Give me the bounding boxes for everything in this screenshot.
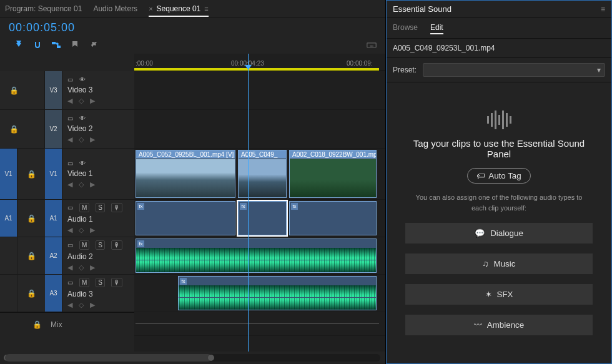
source-tag-a1[interactable]: A1 [0,200,17,237]
solo-button[interactable]: S [96,278,105,287]
linked-select-icon[interactable] [51,40,61,50]
chevron-down-icon: ▾ [597,66,601,74]
type-sfx-button[interactable]: ✶ SFX [405,284,593,305]
tab-browse[interactable]: Browse [393,22,418,34]
caption-icon[interactable]: cc [367,40,377,50]
fx-icon[interactable]: ▭ [67,204,73,211]
solo-button[interactable]: S [96,203,105,212]
eye-icon[interactable]: 👁 [79,115,86,122]
tab-program[interactable]: Program: Sequence 01 [5,4,82,13]
track-row-a2[interactable]: fx [134,237,385,275]
nest-icon[interactable] [14,40,24,50]
track-tag-a1[interactable]: A1 [45,200,62,237]
track-name: Audio 3 [67,290,129,298]
clip-label: A002_C018_0922BW_001.mp [290,150,376,159]
current-timecode[interactable]: 00:00:05:00 [9,21,75,34]
audio-clip[interactable]: fx [178,276,377,310]
mix-row: 🔒 Mix [0,312,134,336]
mute-button[interactable]: M [79,278,89,287]
tab-audio-meters[interactable]: Audio Meters [93,4,137,13]
audio-clip[interactable]: fx [136,239,377,273]
svg-rect-1 [57,46,61,48]
playhead[interactable] [248,54,249,352]
mic-icon[interactable]: 🎙 [111,203,122,212]
audio-clip-selected[interactable]: fx [238,201,287,235]
track-row-v2[interactable] [134,110,385,149]
work-area-bar[interactable] [134,68,379,71]
video-clip[interactable]: fx A005_C052_0925BL_001.mp4 [V] [136,150,235,198]
zoom-handle-right[interactable] [208,355,214,361]
essential-sound-panel: Essential Sound ≡ Browse Edit A005_C049_… [386,0,612,364]
svg-text:cc: cc [370,44,373,47]
type-label: SFX [497,290,513,299]
lock-icon[interactable]: 🔒 [9,86,19,95]
track-header-v2[interactable]: 🔒 V2 ▭👁 Video 2 ◀◇▶ [0,110,134,149]
preset-dropdown[interactable]: ▾ [423,63,605,77]
panel-menu-icon[interactable]: ≡ [601,5,605,14]
track-tag-a2[interactable]: A2 [45,237,62,274]
track-row-a3[interactable]: fx [134,275,385,312]
track-tag-v3[interactable]: V3 [45,71,62,109]
lock-icon[interactable]: 🔒 [27,214,36,223]
fx-icon[interactable]: ▭ [67,115,73,122]
lock-icon[interactable]: 🔒 [27,170,36,179]
track-row-a1[interactable]: fx fx fx [134,200,385,237]
solo-button[interactable]: S [96,240,105,250]
waveform-icon [487,111,511,129]
timeline-toolbar: cc [0,37,385,54]
auto-tag-button[interactable]: 🏷 Auto Tag [467,168,530,184]
track-tag-v1[interactable]: V1 [45,149,62,199]
track-tag-a3[interactable]: A3 [45,275,62,312]
type-dialogue-button[interactable]: 💬 Dialogue [405,223,593,243]
track-row-v3[interactable] [134,71,385,110]
scrollbar-thumb[interactable] [5,354,212,362]
eye-icon[interactable]: 👁 [79,76,86,83]
lock-icon[interactable]: 🔒 [9,125,19,134]
fx-icon[interactable]: ▭ [67,279,73,286]
tab-edit[interactable]: Edit [430,22,443,34]
panel-tabs: Program: Sequence 01 Audio Meters × Sequ… [0,0,385,17]
lock-icon[interactable]: 🔒 [27,252,36,260]
timeline-scrollbar[interactable] [5,354,380,362]
fx-icon[interactable]: ▭ [67,242,73,248]
video-clip[interactable]: fx A002_C018_0922BW_001.mp [289,150,377,198]
track-header-a3[interactable]: 🔒 A3 ▭MS🎙 Audio 3 ◀◇▶ [0,275,134,312]
audio-clip[interactable]: fx [289,201,377,235]
mic-icon[interactable]: 🎙 [111,278,122,287]
marker-icon[interactable] [70,40,80,50]
mix-track[interactable]: 0.0 ▸◂ [134,312,385,336]
source-tag-v1[interactable]: V1 [0,149,17,199]
mute-button[interactable]: M [79,203,89,212]
music-icon: ♫ [483,259,489,268]
audio-clip[interactable]: fx [136,201,235,235]
settings-icon[interactable] [89,40,99,50]
track-name: Audio 1 [67,215,129,224]
track-header-v3[interactable]: 🔒 V3 ▭👁 Video 3 ◀◇▶ [0,71,134,110]
clip-label: A005_C052_0925BL_001.mp4 [V] [136,150,235,159]
eye-icon[interactable]: 👁 [79,160,86,167]
ruler-tick: :00:00 [136,60,153,67]
track-header-a1[interactable]: A1 🔒 A1 ▭MS🎙 Audio 1 ◀◇▶ [0,200,134,237]
type-ambience-button[interactable]: 〰 Ambience [405,315,593,335]
timeline-body[interactable]: :00:00 00:00:04:23 00:00:09: fx A005_C05… [134,54,385,352]
type-music-button[interactable]: ♫ Music [405,253,593,274]
track-name: Video 1 [67,169,129,178]
lock-icon[interactable]: 🔒 [27,289,36,298]
close-icon[interactable]: × [149,5,152,12]
tab-label: Sequence 01 [157,4,201,13]
fx-icon[interactable]: ▭ [67,76,73,83]
mute-button[interactable]: M [79,240,89,250]
snap-icon[interactable] [32,40,42,50]
video-clip[interactable]: fx A005_C049_ [238,150,287,198]
lock-icon[interactable]: 🔒 [32,320,42,329]
mic-icon[interactable]: 🎙 [111,240,122,250]
track-tag-v2[interactable]: V2 [45,110,62,148]
tab-sequence[interactable]: × Sequence 01 ≡ [149,4,209,17]
selected-clip-name: A005_C049_09253L_001.mp4 [387,39,611,58]
panel-menu-icon[interactable]: ≡ [204,5,208,12]
fx-icon[interactable]: ▭ [67,160,73,167]
track-header-v1[interactable]: V1 🔒 V1 ▭👁 Video 1 ◀◇▶ [0,149,134,200]
track-row-v1[interactable]: fx A005_C052_0925BL_001.mp4 [V] fx A005_… [134,149,385,200]
time-ruler[interactable]: :00:00 00:00:04:23 00:00:09: [134,54,385,71]
track-header-a2[interactable]: 🔒 A2 ▭MS🎙 Audio 2 ◀◇▶ [0,237,134,275]
